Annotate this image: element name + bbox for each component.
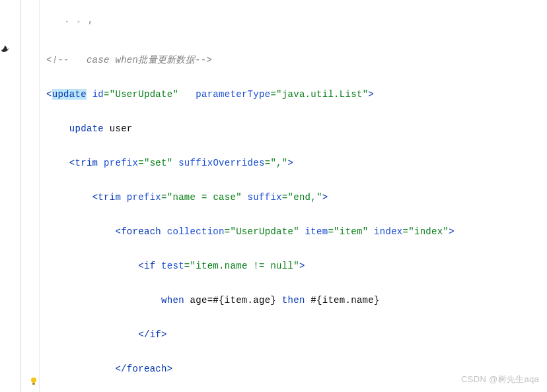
mybatis-bird-icon[interactable] bbox=[0, 42, 9, 51]
rest-text: ` ´ ' bbox=[46, 20, 92, 31]
code-line[interactable]: when age=#{item.age} then #{item.name} bbox=[46, 292, 547, 309]
code-line[interactable]: </foreach> bbox=[46, 360, 547, 377]
code-line[interactable]: <update id="UserUpdate" parameterType="j… bbox=[46, 86, 547, 103]
code-editor-area[interactable]: ` ´ ' <!-- <!-- case when批量更新数据-->case w… bbox=[46, 0, 547, 392]
svg-point-0 bbox=[31, 377, 36, 383]
editor-gutter bbox=[0, 0, 40, 392]
code-line[interactable]: <trim prefix="set" suffixOverrides=","> bbox=[46, 154, 547, 172]
svg-rect-1 bbox=[32, 383, 35, 385]
code-line[interactable]: </if> bbox=[46, 326, 547, 343]
fold-guide-line bbox=[20, 0, 20, 392]
xml-comment: <!-- <!-- case when批量更新数据-->case when批量更… bbox=[46, 55, 212, 65]
code-line[interactable]: <!-- <!-- case when批量更新数据-->case when批量更… bbox=[46, 51, 547, 69]
code-line[interactable]: <trim prefix="name = case" suffix="end,"… bbox=[46, 189, 547, 206]
code-line[interactable]: <if test="item.name != null"> bbox=[46, 257, 547, 275]
tag-update-open: update bbox=[52, 89, 87, 100]
intention-bulb-icon[interactable] bbox=[29, 375, 38, 384]
code-line[interactable]: <foreach collection="UserUpdate" item="i… bbox=[46, 223, 547, 240]
code-line[interactable]: update user bbox=[46, 120, 547, 137]
code-line[interactable]: ` ´ ' bbox=[46, 17, 547, 34]
